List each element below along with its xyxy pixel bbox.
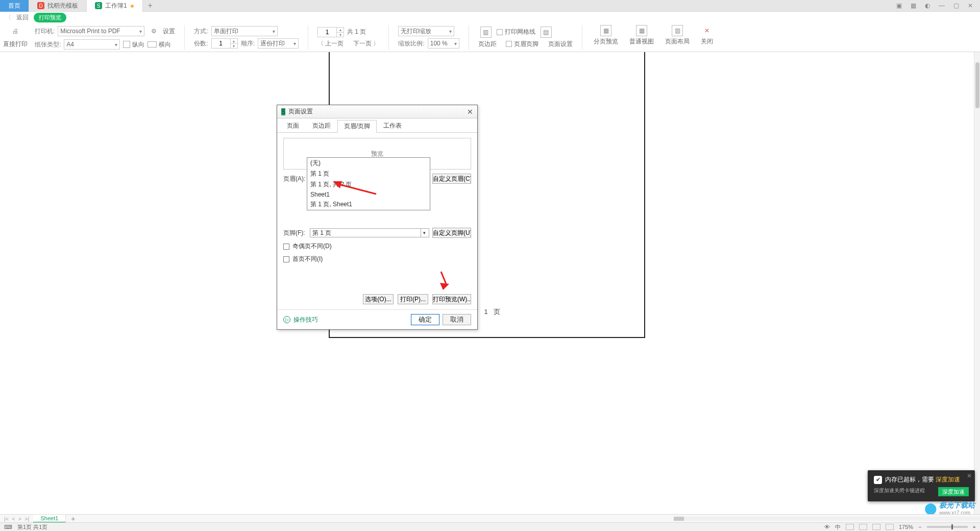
header-option[interactable]: 第 1 页, Sheet1 bbox=[307, 199, 430, 210]
tab-page[interactable]: 页面 bbox=[280, 119, 306, 132]
zoom-out-button[interactable]: − bbox=[918, 524, 921, 530]
paper-select[interactable]: A4▾ bbox=[64, 39, 120, 50]
header-option[interactable]: 第 1 页 bbox=[307, 168, 430, 179]
app-tabbar: 首页 D找稻壳模板 S工作簿1● + ▣ ▦ ◐ — ▢ ✕ bbox=[0, 0, 980, 12]
view-icon-3[interactable] bbox=[872, 524, 880, 530]
prev-page-button[interactable]: 〈 上一页 bbox=[317, 39, 344, 48]
window-controls: ▣ ▦ ◐ — ▢ ✕ bbox=[893, 1, 980, 11]
first-diff-label: 首页不同(I) bbox=[292, 255, 323, 263]
header-option[interactable]: 第 1 页, 共 ? 页 bbox=[307, 179, 430, 190]
vertical-scrollbar[interactable] bbox=[974, 52, 980, 514]
chevron-left-icon: 〈 bbox=[5, 13, 11, 22]
printer-select[interactable]: Microsoft Print to PDF▾ bbox=[58, 26, 144, 36]
view-icon-4[interactable] bbox=[886, 524, 894, 530]
tab-worksheet[interactable]: 工作表 bbox=[377, 119, 408, 132]
add-sheet-button[interactable]: + bbox=[66, 515, 80, 523]
options-button[interactable]: 选项(O)... bbox=[363, 294, 394, 304]
panel-icon[interactable]: ▣ bbox=[893, 1, 904, 11]
page-spinner[interactable]: ▴▾ bbox=[317, 27, 344, 37]
copies-spinner[interactable]: ▴▾ bbox=[211, 38, 238, 49]
status-zoom[interactable]: 175% bbox=[899, 524, 913, 530]
status-lang[interactable]: 中 bbox=[835, 523, 841, 531]
normal-view-icon: ▦ bbox=[636, 25, 647, 36]
sheet-next-button[interactable]: > bbox=[18, 516, 21, 522]
next-page-button[interactable]: 下一页 〉 bbox=[353, 39, 379, 48]
status-reader-icon[interactable]: ⌨ bbox=[4, 524, 12, 530]
sheet-last-button[interactable]: >| bbox=[24, 516, 29, 522]
portrait-toggle[interactable]: 纵向 bbox=[123, 40, 144, 49]
gridline-toggle[interactable]: 打印网格线 bbox=[497, 28, 535, 36]
scrollbar-thumb[interactable] bbox=[674, 517, 684, 521]
print-button[interactable]: 打印(P)... bbox=[398, 294, 428, 304]
toast-close-button[interactable]: ✕ bbox=[967, 472, 972, 479]
minimize-button[interactable]: — bbox=[936, 1, 947, 11]
zoom-mode-select[interactable]: 无打印缩放▾ bbox=[398, 26, 454, 36]
close-button[interactable]: ✕ bbox=[965, 1, 976, 11]
sheet-tab[interactable]: Sheet1 bbox=[33, 515, 66, 523]
tab-headerfooter[interactable]: 页眉/页脚 bbox=[337, 120, 377, 133]
watermark-logo: ⬤ 极光下载站www.xz7.com bbox=[924, 501, 975, 516]
footer-select[interactable]: 第 1 页▾ bbox=[310, 228, 429, 237]
scrollbar-thumb[interactable] bbox=[975, 62, 979, 108]
ok-button[interactable]: 确定 bbox=[411, 314, 439, 325]
ribbon: 🖨 直接打印 打印机:Microsoft Print to PDF▾⚙设置 纸张… bbox=[0, 23, 980, 52]
chevron-down-icon: ▾ bbox=[139, 29, 142, 34]
zoom-value: 100 % bbox=[430, 40, 448, 47]
odd-even-checkbox[interactable]: 奇偶页不同(D) bbox=[283, 242, 471, 251]
preview-label: 预览 bbox=[371, 150, 383, 158]
landscape-toggle[interactable]: 横向 bbox=[148, 40, 171, 49]
cancel-button[interactable]: 取消 bbox=[443, 314, 471, 325]
custom-header-button[interactable]: 自定义页眉(C)... bbox=[432, 174, 471, 184]
tab-workbook[interactable]: S工作簿1● bbox=[87, 0, 143, 12]
tab-template[interactable]: D找稻壳模板 bbox=[29, 0, 87, 12]
first-diff-checkbox[interactable]: 首页不同(I) bbox=[283, 255, 471, 263]
direct-print-label: 直接打印 bbox=[3, 40, 28, 49]
back-button[interactable]: 返回 bbox=[16, 13, 29, 22]
view-icon-1[interactable] bbox=[846, 524, 854, 530]
apps-icon[interactable]: ▦ bbox=[908, 1, 919, 11]
dialog-tabs: 页面 页边距 页眉/页脚 工作表 bbox=[277, 118, 477, 133]
portrait-icon bbox=[123, 41, 130, 48]
copies-input[interactable] bbox=[212, 39, 230, 48]
mode-select[interactable]: 单面打印▾ bbox=[211, 26, 278, 36]
horizontal-scrollbar[interactable] bbox=[674, 517, 980, 521]
margin-button[interactable]: ▥ bbox=[478, 27, 494, 38]
dialog-close-button[interactable]: ✕ bbox=[467, 108, 473, 116]
printer-settings[interactable]: 设置 bbox=[163, 27, 175, 36]
footer-value: 第 1 页 bbox=[312, 229, 331, 237]
accelerate-button[interactable]: 深度加速 bbox=[938, 487, 969, 496]
pagesetup-label[interactable]: 页面设置 bbox=[548, 40, 573, 49]
user-avatar-icon[interactable]: ◐ bbox=[922, 1, 933, 11]
headerfooter-toggle[interactable]: 页眉页脚 bbox=[506, 40, 538, 49]
order-select[interactable]: 逐份打印▾ bbox=[258, 38, 299, 49]
page-input[interactable] bbox=[318, 28, 336, 37]
normal-view-button[interactable]: ▦普通视图 bbox=[627, 25, 656, 50]
header-dropdown-list[interactable]: (无) 第 1 页 第 1 页, 共 ? 页 Sheet1 第 1 页, She… bbox=[307, 157, 430, 210]
break-preview-button[interactable]: ▦分页预览 bbox=[592, 25, 620, 50]
print-preview-button[interactable]: 打印预览(W)... bbox=[432, 294, 471, 304]
view-icon-2[interactable] bbox=[859, 524, 867, 530]
gear-icon[interactable]: ⚙ bbox=[148, 25, 160, 37]
sheet-tabbar: |<<>>| Sheet1 + bbox=[0, 514, 980, 522]
new-tab-button[interactable]: + bbox=[143, 1, 157, 10]
custom-footer-button[interactable]: 自定义页脚(U)... bbox=[432, 228, 471, 238]
tab-home[interactable]: 首页 bbox=[0, 0, 29, 12]
zoom-in-button[interactable]: + bbox=[973, 524, 976, 530]
tab-margins[interactable]: 页边距 bbox=[306, 119, 337, 132]
zoom-slider[interactable] bbox=[927, 526, 968, 528]
page-layout-button[interactable]: ▥页面布局 bbox=[663, 25, 692, 50]
maximize-button[interactable]: ▢ bbox=[950, 1, 962, 11]
chevron-down-icon: ▾ bbox=[273, 29, 275, 34]
direct-print-button[interactable]: 🖨 直接打印 bbox=[3, 25, 28, 50]
page-setup-shortcut[interactable]: ▤ bbox=[538, 27, 554, 38]
sheet-prev-button[interactable]: < bbox=[12, 516, 15, 522]
order-value: 逐份打印 bbox=[260, 39, 285, 48]
dialog-hint[interactable]: ▷操作技巧 确定 取消 bbox=[277, 309, 477, 329]
zoom-value-select[interactable]: 100 %▾ bbox=[428, 38, 459, 49]
dialog-titlebar[interactable]: S 页面设置 ✕ bbox=[277, 105, 477, 118]
sheet-first-button[interactable]: |< bbox=[4, 516, 9, 522]
status-eye-icon[interactable]: 👁 bbox=[824, 524, 830, 530]
header-option[interactable]: (无) bbox=[307, 158, 430, 168]
header-option[interactable]: Sheet1 bbox=[307, 190, 430, 199]
close-preview-button[interactable]: ✕关闭 bbox=[699, 25, 715, 50]
